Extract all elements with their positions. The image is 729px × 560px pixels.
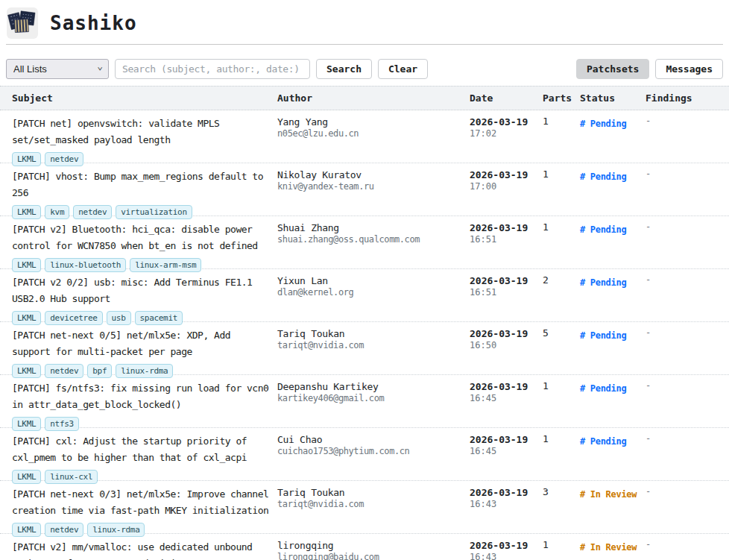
tag-list: LKMLnetdevbpflinux-rdma <box>12 362 277 378</box>
status-link[interactable]: # Pending <box>580 383 626 394</box>
column-header-author[interactable]: Author <box>277 92 470 104</box>
tag-pill[interactable]: netdev <box>45 152 83 166</box>
tag-pill[interactable]: LKML <box>12 152 41 166</box>
date-cell: 2026-03-19 17:00 <box>470 169 543 192</box>
tag-pill[interactable]: netdev <box>45 523 83 537</box>
author-cell: Yixun Lan dlan@kernel.org <box>277 274 470 298</box>
list-filter-select[interactable]: All Lists <box>6 59 109 79</box>
time-value: 16:51 <box>470 287 543 298</box>
status-cell: # Pending <box>580 327 646 342</box>
parts-count: 1 <box>543 221 580 233</box>
status-link[interactable]: # Pending <box>580 277 626 288</box>
patchset-row[interactable]: [PATCH net] openvswitch: validate MPLS s… <box>0 110 729 163</box>
author-cell: Shuai Zhang shuai.zhang@oss.qualcomm.com <box>277 221 470 245</box>
tag-pill[interactable]: LKML <box>12 311 41 325</box>
parts-count: 1 <box>543 539 580 550</box>
tag-pill[interactable]: LKML <box>12 417 41 431</box>
parts-count: 1 <box>543 116 580 127</box>
date-cell: 2026-03-19 16:51 <box>470 221 543 245</box>
tag-pill[interactable]: linux-arm-msm <box>130 258 201 272</box>
tag-pill[interactable]: LKML <box>12 205 41 219</box>
status-cell: # Pending <box>580 116 646 130</box>
patchset-subject-link[interactable]: [PATCH v2 0/2] usb: misc: Add Terminus F… <box>12 274 277 307</box>
patchset-row[interactable]: [PATCH net-next 0/3] net/mlx5e: Improve … <box>0 481 729 534</box>
patchset-row[interactable]: [PATCH v2] mm/vmalloc: use dedicated unb… <box>0 534 729 560</box>
tag-pill[interactable]: LKML <box>12 470 41 484</box>
clear-button[interactable]: Clear <box>378 59 428 79</box>
patchset-subject-link[interactable]: [PATCH net-next 0/3] net/mlx5e: Improve … <box>12 486 277 519</box>
column-header-parts[interactable]: Parts <box>543 92 580 104</box>
tag-pill[interactable]: devicetree <box>45 311 102 325</box>
author-name: Shuai Zhang <box>277 221 470 234</box>
tag-pill[interactable]: linux-cxl <box>45 470 98 484</box>
patchset-subject-link[interactable]: [PATCH v2] mm/vmalloc: use dedicated unb… <box>12 539 277 560</box>
status-link[interactable]: # Pending <box>580 224 626 235</box>
tag-pill[interactable]: LKML <box>12 364 41 378</box>
date-cell: 2026-03-19 16:43 <box>470 539 543 560</box>
tag-pill[interactable]: usb <box>107 311 131 325</box>
date-cell: 2026-03-19 16:50 <box>470 327 543 351</box>
status-link[interactable]: # Pending <box>580 172 626 182</box>
tag-pill[interactable]: virtualization <box>116 205 192 219</box>
patchset-subject-link[interactable]: [PATCH] vhost: Bump max_mem_regions defa… <box>12 169 277 201</box>
subject-cell: [PATCH v2 0/2] usb: misc: Add Terminus F… <box>12 274 277 325</box>
tag-pill[interactable]: kvm <box>45 205 69 219</box>
author-name: Nikolay Kuratov <box>277 169 470 181</box>
app-header: Sashiko <box>0 0 729 40</box>
findings-value: - <box>646 539 717 550</box>
patchset-subject-link[interactable]: [PATCH] fs/ntfs3: fix missing run load f… <box>12 380 277 413</box>
status-cell: # Pending <box>580 169 646 183</box>
tag-pill[interactable]: linux-rdma <box>116 364 173 378</box>
tag-pill[interactable]: linux-rdma <box>87 523 145 537</box>
patchset-row[interactable]: [PATCH v2 0/2] usb: misc: Add Terminus F… <box>0 269 729 322</box>
patchset-subject-link[interactable]: [PATCH net] openvswitch: validate MPLS s… <box>12 116 277 148</box>
patchset-row[interactable]: [PATCH] vhost: Bump max_mem_regions defa… <box>0 163 729 216</box>
author-email: dlan@kernel.org <box>277 287 470 298</box>
tag-pill[interactable]: netdev <box>45 364 83 378</box>
search-button[interactable]: Search <box>316 59 372 79</box>
status-link[interactable]: # Pending <box>580 330 626 341</box>
time-value: 17:02 <box>470 128 543 139</box>
date-value: 2026-03-19 <box>470 380 543 393</box>
patchset-subject-link[interactable]: [PATCH] cxl: Adjust the startup priority… <box>12 433 277 466</box>
parts-count: 1 <box>543 433 580 444</box>
tag-pill[interactable]: linux-bluetooth <box>45 258 126 272</box>
patchset-row[interactable]: [PATCH net-next 0/5] net/mlx5e: XDP, Add… <box>0 322 729 375</box>
column-header-date[interactable]: Date <box>470 92 543 104</box>
time-value: 16:43 <box>470 499 543 510</box>
patchset-subject-link[interactable]: [PATCH net-next 0/5] net/mlx5e: XDP, Add… <box>12 327 277 360</box>
patchset-row[interactable]: [PATCH v2] Bluetooth: hci_qca: disable p… <box>0 216 729 269</box>
patchset-subject-link[interactable]: [PATCH v2] Bluetooth: hci_qca: disable p… <box>12 221 277 254</box>
toolbar: All Lists ⌄ Search Clear Patchsets Messa… <box>6 59 723 79</box>
patchset-row[interactable]: [PATCH] fs/ntfs3: fix missing run load f… <box>0 375 729 428</box>
patchsets-tab-button[interactable]: Patchsets <box>576 59 649 79</box>
tag-pill[interactable]: LKML <box>12 258 41 272</box>
status-link[interactable]: # In Review <box>580 489 637 500</box>
author-email: tariqt@nvidia.com <box>277 499 470 510</box>
messages-tab-button[interactable]: Messages <box>655 59 723 79</box>
tag-pill[interactable]: bpf <box>87 364 112 378</box>
tag-list: LKMLdevicetreeusbspacemit <box>12 309 277 325</box>
tag-pill[interactable]: spacemit <box>135 311 183 325</box>
parts-count: 3 <box>543 486 580 497</box>
author-name: lirongqing <box>277 539 470 552</box>
status-link[interactable]: # In Review <box>580 542 637 553</box>
date-cell: 2026-03-19 16:51 <box>470 274 543 298</box>
status-link[interactable]: # Pending <box>580 436 626 447</box>
date-value: 2026-03-19 <box>470 169 543 181</box>
header-divider <box>6 44 723 45</box>
subject-cell: [PATCH] cxl: Adjust the startup priority… <box>12 433 277 484</box>
tag-pill[interactable]: netdev <box>73 205 112 219</box>
author-cell: Nikolay Kuratov kniv@yandex-team.ru <box>277 169 470 192</box>
search-input[interactable] <box>115 59 310 79</box>
parts-count: 5 <box>543 327 580 339</box>
time-value: 16:51 <box>470 234 543 245</box>
tag-pill[interactable]: ntfs3 <box>45 417 79 431</box>
patchset-row[interactable]: [PATCH] cxl: Adjust the startup priority… <box>0 428 729 481</box>
status-link[interactable]: # Pending <box>580 119 626 129</box>
column-header-status[interactable]: Status <box>580 92 646 104</box>
column-header-subject[interactable]: Subject <box>12 92 277 104</box>
tag-pill[interactable]: LKML <box>12 523 41 537</box>
column-header-findings[interactable]: Findings <box>646 92 717 104</box>
tag-list: LKMLnetdev <box>12 151 277 166</box>
